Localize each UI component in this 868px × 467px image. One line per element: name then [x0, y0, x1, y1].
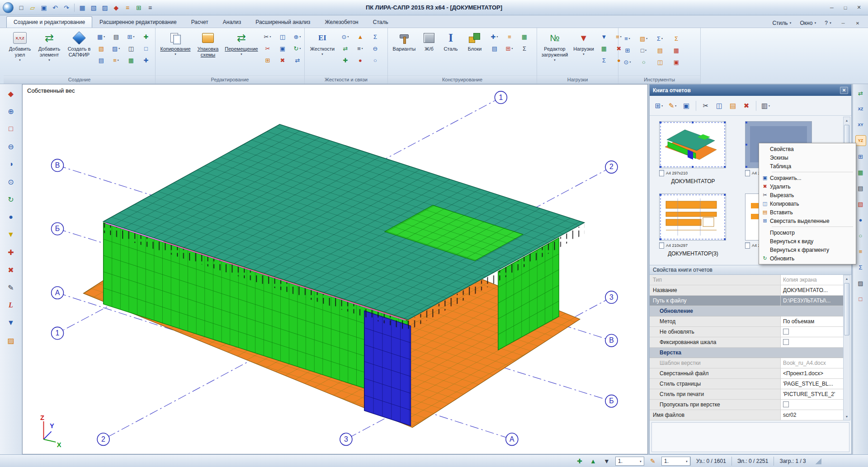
half-view-icon[interactable] [5, 158, 17, 170]
skip-layout-checkbox[interactable] [783, 401, 789, 407]
settings-icon[interactable] [671, 45, 682, 56]
filter-status-icon[interactable] [602, 456, 612, 466]
rotate-view-icon[interactable] [5, 193, 17, 205]
measure-icon[interactable] [655, 33, 665, 44]
add-node-grid-icon[interactable] [141, 31, 151, 42]
divide-element-icon[interactable] [292, 31, 303, 42]
offset-icon[interactable] [355, 55, 366, 66]
property-row-fixed-scale[interactable]: Фиксированная шкала [650, 337, 844, 348]
properties-scrollbar[interactable]: ▲ ▼ [843, 275, 850, 420]
frame-select-icon[interactable] [5, 123, 17, 135]
select-fragment-icon[interactable] [5, 88, 17, 99]
table-tool-icon[interactable] [622, 45, 633, 56]
loadcase-selector[interactable]: 1. [661, 457, 690, 466]
scroll-thumb[interactable] [844, 283, 849, 335]
list-icon[interactable] [123, 3, 132, 13]
hinge-icon[interactable] [340, 31, 351, 42]
pack-tools-icon[interactable] [575, 456, 585, 466]
merge-nodes-icon[interactable] [277, 31, 288, 42]
paste-page-icon[interactable] [727, 100, 739, 112]
draw-icon[interactable] [5, 282, 17, 293]
fixed-scale-checkbox[interactable] [783, 339, 789, 345]
constraint-icon[interactable] [355, 31, 366, 42]
triangulation-icon[interactable] [96, 43, 107, 54]
view-layout-3-icon[interactable] [100, 3, 110, 13]
model-3d-view[interactable]: 1 2 3 В Б А 1 2 3 А Б В [23, 85, 647, 454]
clip-plane-icon[interactable] [855, 293, 866, 304]
add-beam-icon[interactable] [111, 43, 122, 54]
design-table-icon[interactable] [489, 43, 500, 54]
view-settings-icon[interactable] [655, 57, 665, 67]
tab-steel[interactable]: Сталь [366, 16, 396, 28]
load-editor-button[interactable]: Редактор загружений [539, 29, 571, 75]
property-row-filename[interactable]: Имя файлов scr02 [650, 410, 844, 420]
releases-icon[interactable] [370, 43, 381, 54]
shading-icon[interactable] [855, 214, 866, 225]
copy-page-icon[interactable] [713, 100, 725, 112]
property-group-layout[interactable]: Верстка [650, 348, 844, 358]
display-options-icon[interactable] [855, 246, 866, 257]
print-icon[interactable] [760, 100, 772, 112]
report-page-thumbnail[interactable]: A4 210x297 ДОКУМЕНТАТОР(3) [659, 193, 727, 257]
menu-item-refresh[interactable]: Обновить [760, 254, 855, 263]
menu-item-return-to-fragment[interactable]: Вернуться к фрагменту [760, 245, 855, 254]
property-row-print-style[interactable]: Стиль при печати 'PICTURE_STYLE_2' [650, 389, 844, 400]
style-menu[interactable]: Стиль [770, 19, 793, 28]
maximize-icon[interactable]: □ [839, 3, 852, 12]
new-file-icon[interactable] [16, 3, 26, 13]
menu-item-preview[interactable]: Просмотр [760, 228, 855, 237]
tab-advanced-edit[interactable]: Расширенное редактирование [92, 16, 184, 28]
wireframe-icon[interactable] [855, 230, 866, 241]
view-layout-1-icon[interactable] [77, 3, 87, 13]
minimize-icon[interactable]: ─ [826, 3, 838, 12]
render-sphere-icon[interactable] [5, 211, 17, 223]
doc-minimize-icon[interactable]: ─ [838, 19, 848, 27]
move-axes-icon[interactable] [855, 88, 866, 99]
property-row-type[interactable]: Тип Копия экрана [650, 275, 844, 285]
node-load-icon[interactable] [599, 31, 609, 42]
fragment-icon[interactable] [855, 198, 866, 209]
scroll-up-icon[interactable]: ▲ [844, 117, 850, 124]
property-row-name[interactable]: Название ДОКУМЕНТАТО... [650, 285, 844, 296]
stiffness-button[interactable]: EI Жесткости [307, 29, 338, 75]
report-tool-icon[interactable] [638, 45, 649, 56]
property-row-no-update[interactable]: Не обновлять [650, 327, 844, 337]
tab-calculation[interactable]: Расчет [184, 16, 216, 28]
property-group-update[interactable]: Обновление [650, 306, 844, 316]
model-canvas[interactable]: Собственный вес [22, 84, 648, 454]
help-menu[interactable]: ? [823, 19, 834, 28]
delete-duplicates-icon[interactable] [277, 55, 288, 66]
property-row-skip-layout[interactable]: Пропускать при верстке [650, 400, 844, 410]
add-slab-icon[interactable] [141, 43, 151, 54]
projection-icon[interactable] [855, 167, 866, 178]
length-icon[interactable] [5, 299, 17, 311]
cut-elements-icon[interactable] [262, 31, 273, 42]
plate-load-icon[interactable] [599, 43, 609, 54]
menu-item-properties[interactable]: Свойства [760, 145, 855, 153]
close-icon[interactable]: ✕ [853, 3, 865, 12]
menu-item-sketches[interactable]: Эскизы [760, 153, 855, 162]
blocks-button[interactable]: Блоки [462, 29, 487, 75]
fill-color-icon[interactable] [5, 335, 17, 346]
no-update-checkbox[interactable] [783, 329, 789, 335]
joint-icon[interactable] [370, 55, 381, 66]
add-plate-icon[interactable] [111, 31, 122, 42]
results-icon[interactable] [855, 262, 866, 273]
view-yz-icon[interactable] [855, 135, 866, 146]
undo-icon[interactable] [50, 3, 60, 13]
add-node-button[interactable]: X,Y,Z Добавить узел [5, 29, 34, 75]
resize-grip[interactable] [815, 458, 821, 464]
rc-button[interactable]: Ж/б [419, 29, 439, 75]
customize-menu-icon[interactable] [145, 3, 155, 13]
move-button[interactable]: Перемещение [222, 29, 260, 75]
zoom-out-icon[interactable] [5, 141, 17, 152]
add-solid-icon[interactable] [126, 31, 137, 42]
archive-icon[interactable] [671, 57, 682, 67]
save-report-icon[interactable] [680, 100, 692, 112]
panel-header[interactable]: Книга отчетов ✕ [650, 85, 851, 96]
up-level-icon[interactable] [588, 456, 598, 466]
add-column-icon[interactable] [126, 43, 137, 54]
local-axes-icon[interactable] [340, 43, 351, 54]
window-menu[interactable]: Окно [798, 19, 819, 28]
menu-item-save[interactable]: Сохранить... [760, 174, 855, 182]
